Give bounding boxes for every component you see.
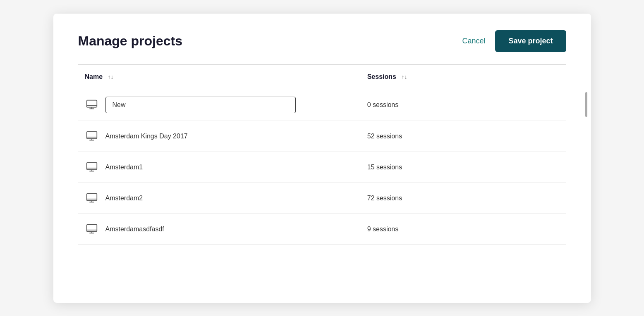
name-cell: Amsterdam2 <box>78 183 361 214</box>
project-name-label: Amsterdam Kings Day 2017 <box>105 133 188 140</box>
table-header: Name ↑↓ Sessions ↑↓ <box>78 65 566 89</box>
project-icon <box>85 221 99 237</box>
manage-projects-modal: Manage projects Cancel Save project Name… <box>53 14 591 303</box>
svg-rect-16 <box>86 224 97 231</box>
sessions-cell: 72 sessions <box>361 183 566 214</box>
name-cell: Amsterdam Kings Day 2017 <box>78 121 361 152</box>
project-icon <box>85 190 99 206</box>
page-title: Manage projects <box>78 33 183 49</box>
scrollbar[interactable] <box>585 88 588 286</box>
sessions-cell: 0 sessions <box>361 89 566 121</box>
table-row: Amsterdam115 sessions <box>78 152 566 183</box>
table-row: Amsterdamasdfasdf9 sessions <box>78 214 566 245</box>
project-icon <box>85 128 99 144</box>
modal-header: Manage projects Cancel Save project <box>78 30 566 52</box>
project-name-label: Amsterdam2 <box>105 195 143 202</box>
col-header-name: Name ↑↓ <box>78 65 361 89</box>
project-icon <box>85 97 99 113</box>
cancel-button[interactable]: Cancel <box>462 37 485 45</box>
project-icon <box>85 159 99 175</box>
svg-rect-8 <box>86 162 97 169</box>
svg-rect-0 <box>86 100 97 107</box>
scrollbar-thumb[interactable] <box>585 92 587 117</box>
name-cell: Amsterdam1 <box>78 152 361 183</box>
projects-table: Name ↑↓ Sessions ↑↓ 0 sessions <box>78 65 566 245</box>
sessions-sort-icon[interactable]: ↑↓ <box>401 74 407 80</box>
table-row: 0 sessions <box>78 89 566 121</box>
sessions-cell: 15 sessions <box>361 152 566 183</box>
svg-rect-12 <box>86 193 97 200</box>
table-row: Amsterdam Kings Day 201752 sessions <box>78 121 566 152</box>
table-row: Amsterdam272 sessions <box>78 183 566 214</box>
col-header-sessions: Sessions ↑↓ <box>361 65 566 89</box>
sessions-cell: 52 sessions <box>361 121 566 152</box>
table-body: 0 sessions Amsterdam Kings Day 201752 se… <box>78 89 566 245</box>
project-name-input[interactable] <box>105 97 296 113</box>
svg-rect-4 <box>86 131 97 138</box>
header-actions: Cancel Save project <box>462 30 566 52</box>
sessions-cell: 9 sessions <box>361 214 566 245</box>
project-name-label: Amsterdam1 <box>105 164 143 171</box>
name-cell: Amsterdamasdfasdf <box>78 214 361 245</box>
name-sort-icon[interactable]: ↑↓ <box>108 74 114 80</box>
name-cell <box>78 89 361 121</box>
save-project-button[interactable]: Save project <box>495 30 566 52</box>
project-name-label: Amsterdamasdfasdf <box>105 226 164 233</box>
